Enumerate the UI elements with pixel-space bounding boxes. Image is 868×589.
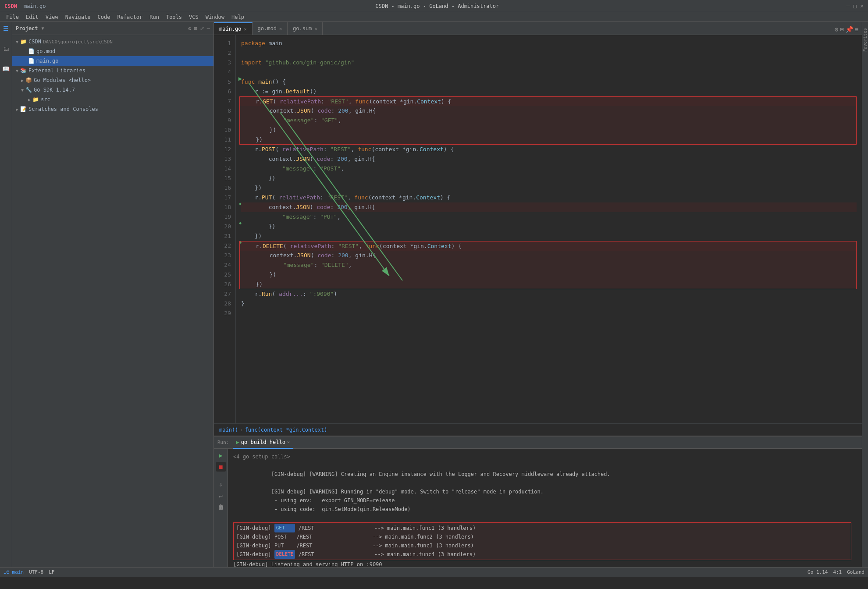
tree-item-gosdk[interactable]: ▼ 🔧 Go SDK 1.14.7 <box>12 85 213 95</box>
menu-navigate[interactable]: Navigate <box>63 14 93 20</box>
minimize-button[interactable]: ─ <box>847 3 850 9</box>
tree-item-external[interactable]: ▼ 📚 External Libraries <box>12 66 213 75</box>
output-line-setup: <4 go setup calls> <box>233 452 857 461</box>
tree-item-gomod[interactable]: 📄 go.mod <box>12 46 213 56</box>
code-line-29 <box>241 309 857 318</box>
project-title: Project <box>16 25 38 32</box>
collapse-icon[interactable]: — <box>207 25 210 32</box>
menu-help[interactable]: Help <box>229 14 247 20</box>
menu-vcs[interactable]: VCS <box>186 14 201 20</box>
run-tab-label: go build hello <box>241 439 285 445</box>
tree-item-csdn[interactable]: ▼ 📁 CSDN DA\GO\goproject\src\CSDN <box>12 37 213 46</box>
split-icon[interactable]: ⊟ <box>840 26 843 33</box>
window-title: CSDN - main.go - GoLand - Administrator <box>375 3 499 9</box>
tab-gomod[interactable]: go.mod ✕ <box>253 22 288 35</box>
structure-icon[interactable]: 🗂 <box>1 44 11 53</box>
code-line-24: "message": "DELETE", <box>239 260 857 270</box>
run-content: ▶ ■ ⇩ ↵ 🗑 <4 go setup calls> [GIN-debug]… <box>214 449 862 567</box>
learn-icon[interactable]: 📖 <box>1 64 11 74</box>
gofile-icon: 📄 <box>28 58 35 64</box>
breadcrumb-main[interactable]: main() <box>219 427 238 433</box>
src-folder-icon: 📁 <box>32 96 39 103</box>
menu-view[interactable]: View <box>43 14 61 20</box>
scroll-down-button[interactable]: ⇩ <box>216 479 226 489</box>
run-tab-close[interactable]: ✕ <box>287 440 290 444</box>
tree-item-scratches[interactable]: ▶ 📝 Scratches and Consoles <box>12 104 213 114</box>
tab-gosum-close[interactable]: ✕ <box>314 26 317 31</box>
debug-routes-box: [GIN-debug] GET /REST --> main.main.func… <box>233 522 851 560</box>
code-line-1: package main <box>241 39 857 48</box>
code-line-10: }) <box>239 125 857 135</box>
tab-bar-icons: ⚙ ⊟ 📌 ≡ <box>835 26 858 35</box>
folder-icon: 📁 <box>20 39 27 45</box>
tab-gomod-close[interactable]: ✕ <box>279 26 282 31</box>
favorites-label[interactable]: Favorites <box>863 28 868 52</box>
sdk-icon: 🔧 <box>25 87 32 93</box>
more-icon[interactable]: ≡ <box>855 26 858 33</box>
file-icon: 📄 <box>28 48 35 54</box>
code-line-13: context.JSON( code: 200, gin.H{ <box>241 154 857 164</box>
code-editor[interactable]: 1 2 3 4 5 6 7 8 9 10 11 12 13 14 15 16 1… <box>214 35 862 423</box>
soft-wrap-button[interactable]: ↵ <box>216 491 226 500</box>
menu-tools[interactable]: Tools <box>164 14 185 20</box>
run-tab-gobuild[interactable]: ▶ go build hello ✕ <box>233 436 293 449</box>
code-content[interactable]: ▶ ◆ ◆ ◆ package main i <box>236 35 862 423</box>
app-logo: CSDN <box>4 3 17 9</box>
code-line-14: "message": "POST", <box>241 164 857 174</box>
expand-icon[interactable]: ⤢ <box>200 25 204 32</box>
stop-button[interactable]: ■ <box>216 462 226 472</box>
tree-item-src[interactable]: ▶ 📁 src <box>12 95 213 104</box>
tab-maingo-label: main.go <box>219 26 242 32</box>
tab-gosum-label: go.sum <box>293 25 312 32</box>
menu-window[interactable]: Window <box>203 14 227 20</box>
breadcrumb-func[interactable]: func(context *gin.Context) <box>245 427 327 433</box>
tab-maingo[interactable]: main.go ✕ <box>214 22 253 35</box>
menu-edit[interactable]: Edit <box>23 14 41 20</box>
clear-output-button[interactable]: 🗑 <box>216 502 226 512</box>
tab-gosum[interactable]: go.sum ✕ <box>288 22 323 35</box>
code-line-12: r.POST( relativePath: "REST", func(conte… <box>241 145 857 154</box>
editor-area: main.go ✕ go.mod ✕ go.sum ✕ ⚙ ⊟ 📌 ≡ 1 2 <box>214 22 862 567</box>
project-icon[interactable]: ☰ <box>1 24 11 33</box>
filter-icon[interactable]: ⊞ <box>194 25 197 32</box>
run-panel: Run: ▶ go build hello ✕ ▶ ■ ⇩ ↵ 🗑 <box>214 436 862 567</box>
code-line-6: r := gin.Default() <box>241 87 857 96</box>
status-encoding[interactable]: UTF-8 <box>29 569 43 575</box>
maximize-button[interactable]: □ <box>853 3 857 9</box>
project-panel: Project ▼ ⚙ ⊞ ⤢ — ▼ 📁 CSDN DA\GO\goproje… <box>12 22 214 567</box>
menu-run[interactable]: Run <box>147 14 162 20</box>
tree-item-maingo[interactable]: 📄 main.go <box>12 56 213 66</box>
title-bar: CSDN main.go CSDN - main.go - GoLand - A… <box>0 0 868 12</box>
scratch-icon: 📝 <box>20 106 27 112</box>
status-cursor-pos: 4:1 <box>833 569 842 575</box>
code-line-8: context.JSON( code: 200, gin.H{ <box>239 106 857 116</box>
breadcrumb: main() › func(context *gin.Context) <box>214 423 862 436</box>
code-line-5: func main() { <box>241 77 857 87</box>
menu-refactor[interactable]: Refactor <box>114 14 145 20</box>
tab-maingo-close[interactable]: ✕ <box>244 27 247 32</box>
menu-code[interactable]: Code <box>95 14 113 20</box>
close-button[interactable]: ✕ <box>860 3 864 9</box>
code-line-25: }) <box>239 270 857 280</box>
status-branch[interactable]: ⎇ main <box>4 569 24 575</box>
output-line-post: [GIN-debug] POST /REST --> main.main.fun… <box>236 532 848 541</box>
pin-icon[interactable]: 📌 <box>846 26 853 33</box>
settings-icon[interactable]: ⚙ <box>835 26 838 33</box>
status-bar: ⎇ main UTF-8 LF Go 1.14 4:1 GoLand <box>0 567 868 577</box>
library-icon: 📚 <box>20 67 27 74</box>
tree-item-gomodules[interactable]: ▶ 📦 Go Modules <hello> <box>12 75 213 85</box>
run-panel-header: Run: ▶ go build hello ✕ <box>214 436 862 449</box>
favorites-panel: Favorites <box>862 22 868 567</box>
code-line-4 <box>241 67 857 77</box>
code-line-22: r.DELETE( relativePath: "REST", func(con… <box>239 241 857 251</box>
status-lf[interactable]: LF <box>49 569 54 575</box>
output-line-put: [GIN-debug] PUT /REST --> main.main.func… <box>236 541 848 550</box>
menu-file[interactable]: File <box>4 14 21 20</box>
code-line-7: r.GET( relativePath: "REST", func(contex… <box>239 96 857 106</box>
code-line-9: "message": "GET", <box>239 116 857 125</box>
gear-icon[interactable]: ⚙ <box>188 25 191 32</box>
run-again-button[interactable]: ▶ <box>216 451 226 460</box>
run-sidebar: ▶ ■ ⇩ ↵ 🗑 <box>214 449 228 567</box>
tab-gomod-label: go.mod <box>258 25 277 32</box>
run-output: <4 go setup calls> [GIN-debug] [WARNING]… <box>228 449 862 567</box>
